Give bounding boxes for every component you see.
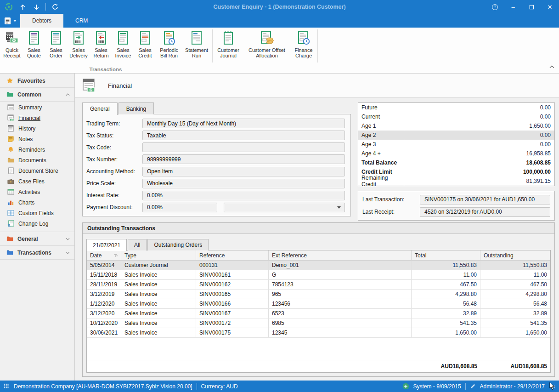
aging-row: Age 30.00: [358, 140, 554, 149]
sidebar-section-favourites[interactable]: Favourites: [0, 74, 74, 87]
column-header-total[interactable]: Total: [412, 250, 480, 260]
refresh-button[interactable]: [49, 1, 61, 12]
payment-discount-field[interactable]: 0.00%: [142, 203, 217, 212]
statement-run-button[interactable]: Statement Run: [182, 29, 211, 59]
sidebar-section-general[interactable]: General: [0, 233, 74, 245]
table-row[interactable]: 3/12/2020Sales InvoiceSINV000167652332.8…: [87, 309, 550, 318]
sidebar-item-history[interactable]: History: [0, 123, 74, 134]
tab-general[interactable]: General: [82, 102, 118, 115]
nav-up-button[interactable]: [17, 1, 28, 12]
sidebar-section-common[interactable]: Common: [0, 88, 74, 101]
sidebar-section-label: Transactions: [17, 250, 51, 256]
main-menu-button[interactable]: [0, 14, 20, 28]
column-header-reference[interactable]: Reference: [196, 250, 269, 260]
field-label: Interest Rate:: [86, 192, 142, 199]
last-receipt-value[interactable]: 4520 on 3/12/2019 for AUD0.00: [420, 207, 550, 217]
ribbon-button-label: Sales Return: [91, 47, 111, 58]
interest-rate-field[interactable]: 0.00%: [142, 191, 345, 200]
sidebar-item-case-files[interactable]: Case Files: [0, 176, 74, 187]
customer-offset-allocation-button[interactable]: Customer Offset Allocation: [243, 29, 291, 59]
aging-label: Age 3: [358, 140, 404, 149]
minimize-button[interactable]: –: [504, 1, 522, 12]
summary-icon: [7, 104, 14, 111]
aging-label: Current: [358, 112, 404, 121]
column-header-outstanding[interactable]: Outstanding: [480, 250, 550, 260]
ribbon-button-label: Periodic Bill Run: [157, 47, 181, 58]
tab-crm[interactable]: CRM: [63, 14, 100, 28]
price-scale-field[interactable]: Wholesale: [142, 179, 345, 188]
close-button[interactable]: ✕: [541, 1, 559, 12]
transactions-grid: Date Type Reference Ext Reference Total …: [86, 250, 551, 373]
sales-invoice-button[interactable]: Sales Invoice: [112, 29, 134, 59]
tab-all[interactable]: All: [128, 239, 147, 250]
sales-delivery-button[interactable]: Sales Delivery: [67, 29, 90, 59]
sidebar-item-label: Financial: [18, 115, 40, 121]
sidebar-item-custom-fields[interactable]: Custom Fields: [0, 208, 74, 218]
sidebar-item-activities[interactable]: Activities: [0, 187, 74, 197]
outstanding-tabs: 21/07/2021 All Outstanding Orders: [86, 239, 551, 250]
table-row[interactable]: 5/05/2014Customer Journal000131Demo_0011…: [87, 261, 550, 270]
tab-outstanding-orders[interactable]: Outstanding Orders: [147, 239, 209, 250]
ribbon-button-label: Finance Charge: [292, 47, 316, 58]
dropdown-caret-icon: [337, 206, 341, 209]
sales-credit-button[interactable]: Sales Credit: [134, 29, 156, 59]
grid-empty-space: [87, 338, 550, 360]
content-area: $ Financial General Banking Trading Term…: [75, 74, 559, 381]
sidebar-section-transactions[interactable]: Transactions: [0, 246, 74, 259]
finance-charge-button[interactable]: Finance Charge: [291, 29, 316, 59]
table-row[interactable]: 1/12/2020Sales InvoiceSINV00016612345656…: [87, 299, 550, 309]
help-button[interactable]: ?: [486, 1, 504, 12]
sales-quote-button[interactable]: Sales Quote: [23, 29, 45, 59]
svg-text:?: ?: [494, 5, 496, 9]
table-row[interactable]: 30/06/2021Sales InvoiceSINV000175123451,…: [87, 328, 550, 338]
last-transaction-label: Last Transaction:: [362, 196, 420, 203]
column-header-date[interactable]: Date: [87, 250, 121, 260]
table-row[interactable]: 10/12/2020Sales InvoiceSINV0001726985541…: [87, 318, 550, 328]
sidebar-item-change-log[interactable]: Change Log: [0, 218, 74, 229]
table-row[interactable]: 28/11/2019Sales InvoiceSINV0001627854123…: [87, 280, 550, 290]
grid-footer-row: AUD18,608.85 AUD18,608.85: [87, 360, 550, 372]
aging-value: 0.00: [404, 112, 554, 121]
sidebar-item-reminders[interactable]: Reminders: [0, 144, 74, 155]
tab-banking[interactable]: Banking: [119, 102, 154, 114]
tax-number-field[interactable]: 98999999999: [142, 154, 345, 164]
column-header-type[interactable]: Type: [121, 250, 196, 260]
sidebar-item-financial[interactable]: Financial: [0, 113, 74, 123]
sidebar-item-charts[interactable]: Charts: [0, 197, 74, 208]
aging-label: Age 1: [358, 121, 404, 131]
periodic-bill-run-button[interactable]: Periodic Bill Run: [156, 29, 182, 59]
activities-icon: [7, 188, 14, 195]
tax-status-field[interactable]: Taxable: [142, 131, 345, 140]
sales-return-button[interactable]: Sales Return: [90, 29, 112, 59]
financial-general-panel: Trading Term:Monthly Day 15 (Day of Next…: [82, 114, 351, 216]
sales-order-button[interactable]: Sales Order: [45, 29, 67, 59]
maximize-button[interactable]: [522, 1, 541, 12]
ribbon-collapse-button[interactable]: [549, 62, 554, 70]
last-transaction-value[interactable]: SINV000175 on 30/06/2021 for AUD1,650.00: [420, 195, 550, 205]
aging-row-highlighted[interactable]: Age 20.00: [358, 131, 554, 140]
page-header: $ Financial: [75, 74, 559, 98]
tax-code-field[interactable]: [142, 142, 345, 152]
sidebar-item-documents[interactable]: Documents: [0, 155, 74, 165]
quick-receipt-button[interactable]: $ Quick Receipt: [1, 29, 23, 59]
accounting-method-field[interactable]: Open Item: [142, 167, 345, 176]
table-row[interactable]: 3/12/2019Sales InvoiceSINV0001659654,298…: [87, 290, 550, 299]
aging-label: Remaining Credit: [358, 176, 404, 186]
tab-debtors[interactable]: Debtors: [20, 14, 63, 28]
periodic-bill-run-icon: [161, 30, 177, 46]
sidebar-item-summary[interactable]: Summary: [0, 102, 74, 113]
tab-aged-date[interactable]: 21/07/2021: [86, 239, 127, 251]
sort-ascending-icon: [113, 253, 118, 257]
folder-icon: [6, 91, 13, 98]
sidebar-item-notes[interactable]: Notes: [0, 134, 74, 144]
nav-down-button[interactable]: [30, 1, 42, 12]
sidebar-item-label: Activities: [18, 189, 40, 195]
sidebar-item-document-store[interactable]: Document Store: [0, 165, 74, 176]
aging-value: 81,391.15: [404, 176, 554, 186]
trading-term-field[interactable]: Monthly Day 15 (Day of Next Month): [142, 119, 345, 128]
table-row[interactable]: 15/11/2018Sales InvoiceSINV000161G11.001…: [87, 270, 550, 280]
payment-discount-combo[interactable]: [224, 203, 345, 212]
field-label: Tax Number:: [86, 156, 142, 163]
column-header-ext-reference[interactable]: Ext Reference: [269, 250, 412, 260]
customer-journal-button[interactable]: Customer Journal: [214, 29, 243, 59]
